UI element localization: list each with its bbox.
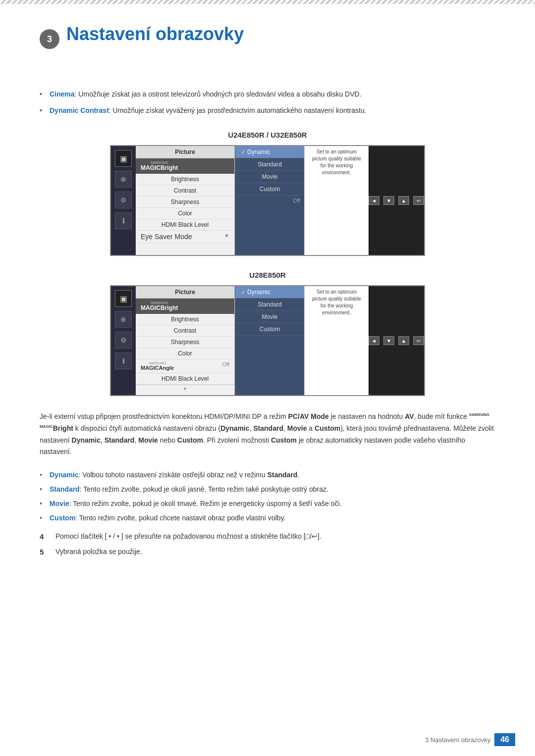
monitor2-magic-text: MAGICBright (141, 304, 178, 311)
step-4-text: Pomocí tlačítek [ • / • ] se přesuňte na… (55, 531, 321, 543)
term-dynamic2: Dynamic (72, 436, 101, 444)
monitor1-nav-down: ▼ (383, 196, 394, 205)
monitor1-menu: Picture SAMSUNG MAGICBright Brightness C… (136, 146, 235, 255)
monitor2-nav-bar: ◄ ▼ ▲ ↩ (369, 286, 424, 395)
sub-standard-text: : Tento režim zvolte, pokud je okolí jas… (80, 485, 328, 493)
monitor2-inner: ▣ ⊕ ⚙ ℹ (111, 286, 369, 395)
intro-bullet-list: Cinema: Umožňuje získat jas a ostrost te… (40, 89, 495, 116)
step-4-number: 4 (40, 531, 50, 543)
monitor2-magic-bright-label: SAMSUNG MAGICBright (141, 301, 178, 311)
monitor2-display: ▣ ⊕ ⚙ ℹ (110, 285, 425, 396)
monitor2-magic-angle-val: Off (222, 361, 229, 371)
monitor2-icon-settings: ⚙ (115, 332, 132, 349)
monitor1-display: ▣ ⊕ ⚙ ℹ (110, 145, 425, 256)
term-standard2: Standard (105, 436, 135, 444)
monitor2-nav-up: ▲ (398, 336, 409, 345)
monitor1-frame: ▣ ⊕ ⚙ ℹ (40, 145, 495, 256)
monitor1-brightness: Brightness (136, 174, 234, 185)
sub-term-standard-ref: Standard (268, 471, 298, 479)
sub-custom-text: : Tento režim zvolte, pokud chcete nasta… (75, 514, 285, 522)
monitor1-off-label: Off (293, 198, 300, 203)
monitor1-nav-up: ▲ (398, 196, 409, 205)
monitor1-menu-header: Picture (136, 146, 234, 158)
monitor2-magic-angle-label: SAMSUNG MAGICAngle (141, 361, 174, 371)
sub-term-movie: Movie (50, 500, 69, 507)
monitor2-nav-down: ▼ (383, 336, 394, 345)
monitor1-hdmi-black: HDMI Black Level (136, 219, 234, 231)
sub-bullet-list: Dynamic: Volbou tohoto nastavení získáte… (40, 470, 495, 523)
monitor1-samsung-sup: SAMSUNG (141, 161, 178, 164)
steps-list: 4 Pomocí tlačítek [ • / • ] se přesuňte … (40, 531, 495, 557)
monitor1-icon-settings: ⚙ (115, 192, 132, 208)
dynamic-contrast-text: : Umožňuje získat vyvážený jas prostředn… (109, 106, 367, 114)
monitor1-eye-saver-val: ▼ (224, 233, 229, 241)
monitor2-icon-info: ℹ (115, 353, 132, 369)
footer-section-label: 3 Nastavení obrazovky (425, 736, 490, 744)
monitor1-magic-text: MAGICBright (141, 164, 178, 171)
step-5-number: 5 (40, 547, 50, 558)
term-pc-av-mode: PC/AV Mode (288, 412, 329, 420)
monitor2-arrow-down: ▼ (183, 386, 188, 392)
monitor2-menu: Picture SAMSUNG MAGICBright Brightness C… (136, 286, 235, 395)
monitor1-nav-enter: ↩ (413, 196, 424, 205)
term-dynamic-inline: Dynamic (220, 424, 249, 432)
monitor2-option-standard: Standard (235, 299, 304, 311)
sub-bullet-movie: Movie: Tento režim zvolte, pokud je okol… (40, 499, 495, 509)
monitor2-check: ✓ (241, 290, 245, 295)
monitor2-option-movie: Movie (235, 311, 304, 323)
cinema-text: : Umožňuje získat jas a ostrost televizo… (75, 90, 362, 98)
monitor2-options: ✓ Dynamic Standard Movie Custom (235, 286, 304, 395)
monitor1-eye-saver-label: Eye Saver Mode (141, 233, 192, 241)
term-movie2: Movie (138, 436, 158, 444)
term-custom2: Custom (177, 436, 203, 444)
monitor1-nav-bar: ◄ ▼ ▲ ↩ (369, 146, 424, 255)
monitor1-inner: ▣ ⊕ ⚙ ℹ (111, 146, 369, 255)
monitor1-color: Color (136, 208, 234, 219)
term-custom-inline: Custom (315, 424, 340, 432)
monitor1-eye-saver-row: Eye Saver Mode ▼ (136, 231, 234, 243)
monitor2-color: Color (136, 348, 234, 359)
monitor1-option-dynamic: ✓ Dynamic (235, 146, 304, 158)
bullet-cinema: Cinema: Umožňuje získat jas a ostrost te… (40, 89, 495, 100)
chapter-number: 3 (40, 29, 59, 49)
monitor1-icon-picture: ▣ (115, 150, 132, 167)
monitor2-menu-header: Picture (136, 286, 234, 299)
monitor1-nav-left: ◄ (369, 196, 379, 205)
term-dynamic-contrast: Dynamic Contrast (50, 106, 109, 114)
monitor1-title: U24E850R / U32E850R (40, 131, 495, 139)
monitor1-annotation: Set to an optimum picture quality suitab… (304, 146, 369, 255)
term-standard-inline: Standard (253, 424, 283, 432)
sub-term-dynamic: Dynamic (50, 471, 78, 479)
sub-term-custom: Custom (50, 514, 75, 522)
monitor2-annotation: Set to an optimum picture quality suitab… (304, 286, 369, 395)
sub-term-standard: Standard (50, 485, 80, 493)
term-movie-inline: Movie (287, 424, 307, 432)
monitor1-magic-bright-label: SAMSUNG MAGICBright (141, 161, 178, 171)
sub-bullet-dynamic: Dynamic: Volbou tohoto nastavení získáte… (40, 470, 495, 480)
monitor1-check: ✓ (241, 150, 245, 155)
monitor2-brightness: Brightness (136, 314, 234, 325)
sub-bullet-standard: Standard: Tento režim zvolte, pokud je o… (40, 484, 495, 495)
monitor1-icon-info: ℹ (115, 212, 132, 229)
monitor1-sidebar: ▣ ⊕ ⚙ ℹ (111, 146, 136, 255)
monitor1-icon-display: ⊕ (115, 171, 132, 188)
monitor2-icon-display: ⊕ (115, 311, 132, 328)
sub-bullet-custom: Custom: Tento režim zvolte, pokud chcete… (40, 513, 495, 523)
monitor1-options: ✓ Dynamic Standard Movie Custom Off (235, 146, 304, 255)
monitor2-sharpness: Sharpness (136, 337, 234, 348)
monitor1-option-standard: Standard (235, 158, 304, 171)
monitor1-contrast: Contrast (136, 185, 234, 197)
term-custom3: Custom (271, 436, 297, 444)
bullet-dynamic-contrast: Dynamic Contrast: Umožňuje získat vyváže… (40, 105, 495, 116)
monitor2-magic-angle-row: SAMSUNG MAGICAngle Off (136, 359, 234, 373)
monitor2-option-custom: Custom (235, 323, 304, 336)
step-5: 5 Vybraná položka se použije. (40, 547, 495, 558)
monitor2-hdmi-black: HDMI Black Level (136, 373, 234, 385)
monitor2-option-dynamic: ✓ Dynamic (235, 286, 304, 299)
monitor2-contrast: Contrast (136, 325, 234, 337)
term-cinema: Cinema (50, 90, 75, 98)
monitor2-title: U28E850R (40, 271, 495, 279)
term-av: AV (405, 412, 414, 420)
sub-dynamic-text: : Volbou tohoto nastavení získáte ostřej… (78, 471, 267, 479)
page-footer: 3 Nastavení obrazovky 46 (425, 733, 515, 746)
